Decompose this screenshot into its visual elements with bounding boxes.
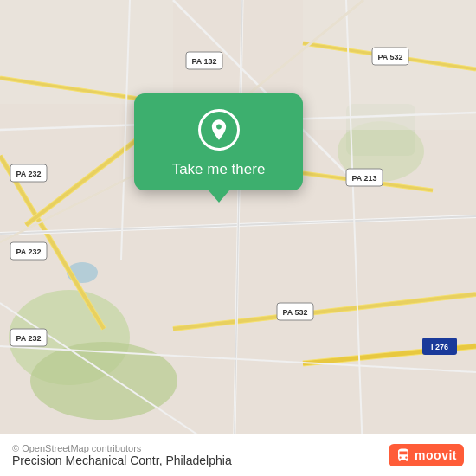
svg-text:PA 232: PA 232 [16,248,41,256]
svg-rect-5 [0,0,173,104]
map-background: PA 232 PA 232 PA 232 PA 532 PA 532 PA 21… [0,0,476,476]
svg-text:PA 532: PA 532 [282,308,307,317]
bottom-bar: © OpenStreetMap contributors Precision M… [0,434,476,476]
popup-card[interactable]: Take me there [134,93,303,190]
svg-text:PA 213: PA 213 [351,174,376,183]
map-attribution: © OpenStreetMap contributors [12,443,232,453]
svg-text:PA 232: PA 232 [16,170,41,178]
map-container: PA 232 PA 232 PA 232 PA 532 PA 532 PA 21… [0,0,476,476]
moovit-brand-text: moovit [415,448,457,462]
svg-text:PA 132: PA 132 [191,57,216,66]
svg-text:I 276: I 276 [431,343,448,351]
place-name: Precision Mechanical Contr, Philadelphia [12,453,232,467]
location-pin-icon [198,109,240,151]
bottom-left-info: © OpenStreetMap contributors Precision M… [12,443,232,467]
svg-text:PA 532: PA 532 [377,53,402,61]
svg-point-2 [30,342,177,420]
svg-text:PA 232: PA 232 [16,334,41,343]
moovit-logo[interactable]: moovit [389,444,464,466]
popup-label[interactable]: Take me there [172,161,266,178]
